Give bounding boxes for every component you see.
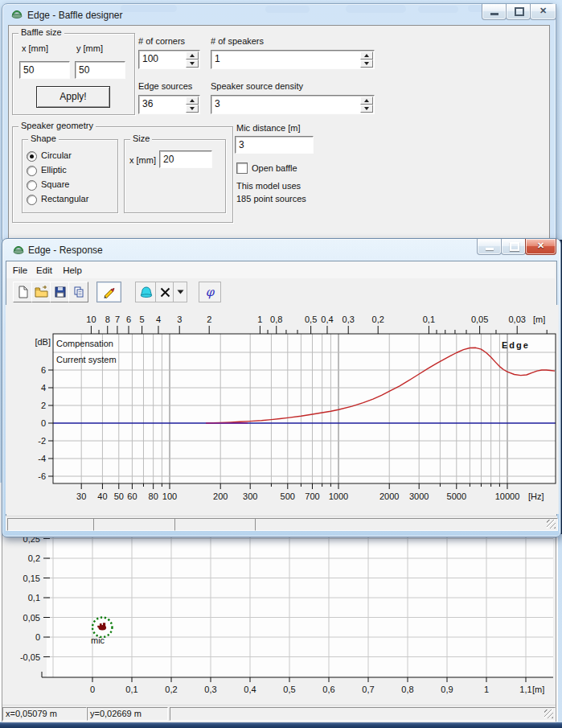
radio-shape-circular[interactable]: Circular xyxy=(27,150,107,162)
svg-text:0,1: 0,1 xyxy=(423,315,435,324)
spin-down-button[interactable] xyxy=(186,105,199,113)
svg-text:200: 200 xyxy=(213,492,228,501)
open-baffle-checkbox[interactable] xyxy=(236,162,248,174)
corners-spinner[interactable]: 100 xyxy=(138,50,200,69)
baffle-size-legend: Baffle size xyxy=(18,27,64,37)
spin-down-button[interactable] xyxy=(360,105,373,113)
pencil-icon xyxy=(102,286,117,298)
window-title: Edge - Baffle designer xyxy=(27,10,123,21)
taskbar[interactable] xyxy=(0,722,562,728)
svg-text:50: 50 xyxy=(114,492,124,501)
window-title: Edge - Response xyxy=(28,245,103,256)
svg-text:Edge: Edge xyxy=(502,340,530,350)
svg-text:6: 6 xyxy=(126,315,131,324)
speakers-spinner[interactable]: 1 xyxy=(211,50,375,69)
spin-up-button[interactable] xyxy=(186,51,199,60)
mic-distance-input[interactable]: 3 xyxy=(235,136,314,154)
model-info-line2: 185 point sources xyxy=(236,194,306,204)
svg-text:0,8: 0,8 xyxy=(270,315,282,324)
svg-text:5: 5 xyxy=(140,315,145,324)
radio-icon xyxy=(27,195,37,205)
open-button[interactable] xyxy=(31,282,51,302)
resize-grip[interactable] xyxy=(547,520,556,529)
speakers-label: # of speakers xyxy=(211,36,264,46)
svg-text:2: 2 xyxy=(41,401,46,410)
svg-text:0,1: 0,1 xyxy=(28,593,40,603)
svg-text:5000: 5000 xyxy=(447,492,466,501)
svg-text:4: 4 xyxy=(41,383,46,393)
minimize-button[interactable] xyxy=(482,4,507,20)
status-panel-4 xyxy=(255,518,558,531)
response-chart[interactable]: 3040506080100200300500700100020003000500… xyxy=(6,305,559,514)
radio-shape-rectangular[interactable]: Rectangular xyxy=(27,194,113,205)
minimize-button[interactable] xyxy=(477,239,502,255)
x-icon xyxy=(159,286,171,298)
edit-curve-button[interactable] xyxy=(96,282,121,302)
density-spinner[interactable]: 3 xyxy=(211,95,375,114)
desktop: Edge - Baffle designer ✕ Baffle size x [… xyxy=(0,0,562,728)
delete-curve-button[interactable] xyxy=(155,282,174,302)
svg-text:30: 30 xyxy=(76,492,86,501)
svg-text:[m]: [m] xyxy=(532,685,544,694)
menu-edit[interactable]: Edit xyxy=(33,264,55,277)
status-x-coordinate: x=0,05079 m xyxy=(2,707,87,721)
delete-dropdown-button[interactable] xyxy=(173,282,187,302)
svg-text:80: 80 xyxy=(149,492,158,501)
density-label: Speaker source density xyxy=(211,81,303,91)
radio-shape-elliptic[interactable]: Elliptic xyxy=(27,165,107,176)
svg-text:0,2: 0,2 xyxy=(28,553,40,563)
menu-help[interactable]: Help xyxy=(59,264,85,277)
spin-down-button[interactable] xyxy=(360,60,373,68)
svg-text:1: 1 xyxy=(484,685,489,694)
menu-file[interactable]: File xyxy=(9,264,31,277)
status-panel-empty xyxy=(170,707,556,721)
spin-up-button[interactable] xyxy=(186,97,199,105)
save-button[interactable] xyxy=(50,282,70,302)
speaker-lamp-button[interactable] xyxy=(135,282,157,302)
arrow-down-icon xyxy=(190,107,195,110)
arrow-up-icon xyxy=(190,99,195,102)
spin-up-button[interactable] xyxy=(360,97,373,105)
svg-text:300: 300 xyxy=(243,492,257,501)
spin-up-button[interactable] xyxy=(360,51,373,60)
svg-text:700: 700 xyxy=(305,492,319,501)
close-button[interactable]: ✕ xyxy=(525,239,556,255)
model-info-line1: This model uses xyxy=(236,181,301,191)
maximize-icon xyxy=(510,242,519,251)
svg-text:3000: 3000 xyxy=(409,492,429,501)
svg-text:Compensation: Compensation xyxy=(56,339,113,348)
svg-text:60: 60 xyxy=(127,492,137,501)
phase-button[interactable]: φ xyxy=(199,282,221,302)
close-icon: ✕ xyxy=(531,6,556,16)
baffle-x-input[interactable]: 50 xyxy=(19,61,70,79)
copy-button[interactable] xyxy=(68,282,88,302)
svg-text:10000: 10000 xyxy=(495,492,520,501)
radio-shape-square[interactable]: Square xyxy=(27,179,107,191)
status-panel-2 xyxy=(93,518,175,531)
baffle-y-input[interactable]: 50 xyxy=(75,61,125,79)
size-legend: Size xyxy=(130,134,152,143)
maximize-button[interactable] xyxy=(506,4,531,20)
new-button[interactable] xyxy=(13,282,33,302)
svg-text:3: 3 xyxy=(177,315,182,324)
spin-down-button[interactable] xyxy=(186,60,199,68)
x-mm-label: x [mm] xyxy=(22,43,48,53)
close-button[interactable]: ✕ xyxy=(530,4,556,20)
status-panel-3 xyxy=(174,518,256,531)
svg-text:-4: -4 xyxy=(38,454,46,463)
radio-icon xyxy=(27,166,37,176)
svg-text:0,6: 0,6 xyxy=(322,685,334,694)
arrow-down-icon xyxy=(364,107,369,110)
apply-button[interactable]: Apply! xyxy=(36,86,110,108)
size-x-input[interactable]: 20 xyxy=(159,150,212,168)
edge-sources-spinner[interactable]: 36 xyxy=(138,95,200,114)
svg-text:0,2: 0,2 xyxy=(372,315,384,324)
resize-grip[interactable] xyxy=(544,709,553,718)
svg-text:0,5: 0,5 xyxy=(283,685,295,694)
svg-text:0: 0 xyxy=(90,685,95,694)
maximize-button[interactable] xyxy=(501,239,526,255)
svg-text:0,05: 0,05 xyxy=(23,613,40,623)
svg-text:7: 7 xyxy=(115,315,120,324)
svg-text:0,2: 0,2 xyxy=(165,685,177,694)
svg-text:0: 0 xyxy=(41,418,46,428)
